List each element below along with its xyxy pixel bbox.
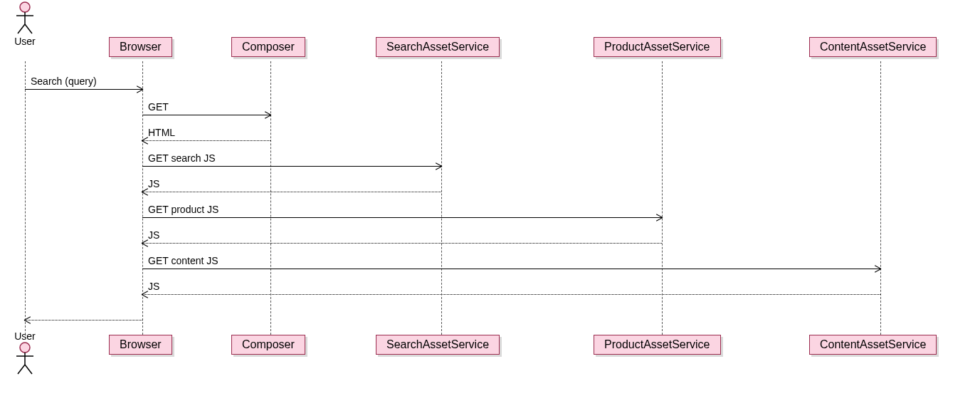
arrowhead-icon [24,316,33,324]
message-2: HTML [142,128,270,144]
participant-box-composer-top: Composer [231,37,305,57]
participant-box-search_svc-bottom: SearchAssetService [376,335,500,355]
message-7: GET content JS [142,256,880,272]
arrowhead-icon [142,187,150,196]
participant-box-composer-bottom: Composer [231,335,305,355]
actor-user-top: User [7,1,43,47]
arrowhead-icon [142,136,150,145]
sequence-diagram: UserUser BrowserBrowserComposerComposerS… [0,0,980,396]
message-9 [25,308,142,323]
svg-line-9 [25,365,32,374]
message-3: GET search JS [142,154,441,170]
message-label-1: GET [148,101,169,113]
arrowhead-icon [433,162,442,170]
svg-line-8 [18,365,25,374]
arrowhead-icon [142,239,150,247]
participant-box-search_svc-top: SearchAssetService [376,37,500,57]
svg-point-5 [20,343,30,353]
arrowhead-icon [142,290,150,298]
message-1: GET [142,103,270,118]
svg-point-0 [20,2,30,12]
actor-user-label-top: User [7,36,43,47]
participant-box-browser-bottom: Browser [109,335,172,355]
message-label-7: GET content JS [148,255,218,266]
lifeline-user [25,61,26,335]
participant-box-product_svc-bottom: ProductAssetService [594,335,721,355]
message-8: JS [142,282,880,298]
svg-line-3 [18,24,25,33]
lifeline-content_svc [880,61,881,335]
actor-user-bottom: User [7,330,43,376]
message-label-0: Search (query) [31,75,97,87]
message-0: Search (query) [25,77,142,93]
message-label-5: GET product JS [148,204,218,215]
participant-box-content_svc-bottom: ContentAssetService [809,335,937,355]
arrowhead-icon [654,213,663,222]
message-4: JS [142,179,441,195]
svg-line-4 [25,24,32,33]
arrowhead-icon [135,85,143,93]
actor-user-label-bottom: User [7,330,43,342]
message-label-3: GET search JS [148,152,216,164]
participant-box-browser-top: Browser [109,37,172,57]
message-5: GET product JS [142,205,662,221]
arrowhead-icon [263,110,271,119]
message-label-2: HTML [148,127,175,138]
message-6: JS [142,231,662,246]
participant-box-content_svc-top: ContentAssetService [809,37,937,57]
participant-box-product_svc-top: ProductAssetService [594,37,721,57]
arrowhead-icon [873,264,881,273]
